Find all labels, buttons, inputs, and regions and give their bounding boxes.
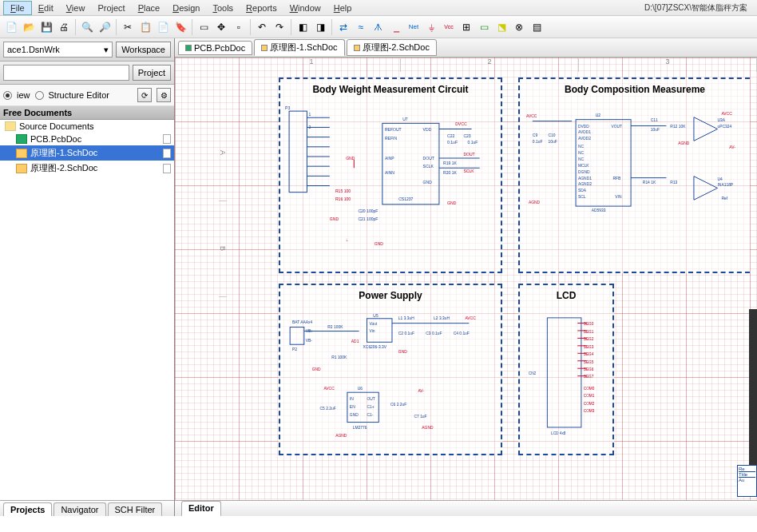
redo-icon[interactable]: ↷ [271, 19, 287, 35]
new-icon[interactable]: 📄 [3, 19, 19, 35]
title-block-partial: Re Title Au [737, 465, 757, 497]
net-label-icon[interactable]: Net [406, 19, 422, 35]
svg-text:2: 2 [308, 125, 311, 129]
cut-icon[interactable]: ✂ [120, 19, 136, 35]
menu-project[interactable]: Project [91, 2, 131, 14]
undo-icon[interactable]: ↶ [254, 19, 270, 35]
part-icon[interactable]: ⊞ [458, 19, 474, 35]
menu-place[interactable]: Place [132, 2, 167, 14]
paste-icon[interactable]: 📄 [155, 19, 171, 35]
svg-text:C10: C10 [549, 133, 556, 137]
svg-text:C3 0.1uF: C3 0.1uF [426, 332, 442, 335]
gear-icon[interactable]: ⚙ [157, 88, 171, 102]
project-combo[interactable] [3, 65, 129, 81]
tree-item[interactable]: 原理图-1.SchDoc [0, 145, 174, 161]
bus-break-icon[interactable]: ▤ [529, 19, 545, 35]
document-tab[interactable]: PCB.PcbDoc [178, 41, 252, 55]
deselect-icon[interactable]: ▫ [231, 19, 247, 35]
sync-icon[interactable]: ⟳ [137, 88, 152, 102]
zoom-fit-icon[interactable]: 🔍 [79, 19, 95, 35]
schematic-canvas[interactable]: 123 AB Body Weight Measurement Circuit P… [175, 58, 757, 500]
menu-edit[interactable]: Edit [32, 2, 60, 14]
zoom-area-icon[interactable]: 🔎 [97, 19, 113, 35]
menu-view[interactable]: View [60, 2, 92, 14]
menu-tools[interactable]: Tools [206, 2, 240, 14]
panel-tab[interactable]: Projects [3, 502, 52, 516]
circuit-title: Power Supply [359, 290, 422, 301]
open-icon[interactable]: 📂 [21, 19, 37, 35]
circuit-block-weight: Body Weight Measurement Circuit P3 12 R1… [279, 77, 502, 273]
svg-text:0.1uF: 0.1uF [447, 140, 458, 145]
svg-text:AVCC: AVCC [465, 316, 476, 320]
place-line-icon[interactable]: ⎯ [388, 19, 404, 35]
place-bus-icon[interactable]: ⩚ [371, 19, 386, 35]
workspace-button[interactable]: Workspace [116, 42, 171, 58]
port-icon[interactable]: ⬔ [493, 19, 509, 35]
svg-text:⏚: ⏚ [346, 237, 348, 242]
svg-text:BAT AAAx4: BAT AAAx4 [292, 320, 312, 324]
circuit-block-power: Power Supply BAT AAAx4 VB+ VB- P2 R2 100… [279, 284, 502, 455]
svg-text:VB-: VB- [306, 339, 313, 343]
project-tree: Source DocumentsPCB.PcbDoc原理图-1.SchDoc原理… [0, 120, 174, 500]
file-view-radio[interactable] [3, 91, 12, 100]
menu-design[interactable]: Design [166, 2, 206, 14]
document-tab[interactable]: 原理图-2.SchDoc [347, 39, 437, 56]
tree-item-label: 原理图-2.SchDoc [30, 162, 97, 174]
project-button[interactable]: Project [133, 65, 171, 81]
place-wire-icon[interactable]: ≈ [353, 19, 369, 35]
menu-window[interactable]: Window [283, 2, 327, 14]
svg-text:Vin: Vin [369, 329, 375, 333]
sch-icon [261, 45, 268, 51]
menu-help[interactable]: Help [327, 2, 359, 14]
menu-reports[interactable]: Reports [240, 2, 283, 14]
tree-item[interactable]: 原理图-2.SchDoc [0, 161, 174, 176]
stamp-icon[interactable]: 🔖 [172, 19, 188, 35]
svg-rect-0 [289, 111, 307, 193]
panel-tab[interactable]: Navigator [54, 502, 105, 516]
circuit-block-lcd: LCD CN2 SEG0 SEG1 SEG2 SEG3 SEG4 SEG5 SE… [518, 284, 614, 455]
svg-text:P3: P3 [285, 105, 290, 110]
svg-marker-81 [694, 177, 718, 200]
svg-text:AVCC: AVCC [721, 112, 732, 116]
svg-text:C1+: C1+ [367, 405, 375, 409]
sheet-symbol-icon[interactable]: ▭ [476, 19, 492, 35]
svg-text:NC: NC [578, 151, 585, 155]
junction-icon[interactable]: ⊗ [511, 19, 527, 35]
sheet-icon [163, 134, 171, 144]
document-tab[interactable]: 原理图-1.SchDoc [254, 39, 344, 56]
tree-item[interactable]: Source Documents [0, 120, 174, 133]
svg-text:CS1237: CS1237 [398, 197, 413, 201]
save-icon[interactable]: 💾 [38, 19, 54, 35]
print-icon[interactable]: 🖨 [56, 19, 72, 35]
svg-text:AGND: AGND [678, 141, 690, 145]
ruler-mark: 3 [579, 58, 757, 72]
sch-icon [16, 164, 27, 173]
structure-editor-label: Structure Editor [49, 90, 109, 100]
tree-item[interactable]: PCB.PcbDoc [0, 133, 174, 145]
svg-text:AINP: AINP [385, 156, 394, 161]
circuit-title: Body Composition Measureme [565, 84, 705, 95]
hierarchy-up-icon[interactable]: ◨ [312, 19, 328, 35]
svg-text:U5: U5 [373, 314, 378, 318]
hierarchy-icon[interactable]: ◧ [295, 19, 311, 35]
tab-label: 原理图-2.SchDoc [363, 42, 430, 54]
circuit-title: Body Weight Measurement Circuit [312, 84, 468, 95]
svg-text:OUT: OUT [367, 397, 375, 401]
copy-icon[interactable]: 📋 [137, 19, 153, 35]
svg-text:COM3: COM3 [584, 409, 595, 413]
move-icon[interactable]: ✥ [213, 19, 229, 35]
svg-text:AD1: AD1 [351, 339, 359, 343]
select-icon[interactable]: ▭ [196, 19, 212, 35]
svg-text:uPC324: uPC324 [718, 125, 732, 129]
svg-text:R19 1K: R19 1K [443, 161, 458, 165]
vcc-icon[interactable]: Vcc [441, 19, 457, 35]
workspace-combo[interactable]: ace1.DsnWrk▾ [3, 42, 113, 58]
svg-text:1: 1 [308, 112, 311, 117]
panel-tab[interactable]: SCH Filter [108, 502, 163, 516]
menu-file[interactable]: FFileile [3, 1, 32, 15]
gnd-icon[interactable]: ⏚ [423, 19, 439, 35]
structure-editor-radio[interactable] [35, 91, 44, 100]
editor-tab[interactable]: Editor [181, 501, 221, 516]
svg-text:DOUT: DOUT [423, 156, 434, 161]
cross-probe-icon[interactable]: ⇄ [335, 19, 351, 35]
